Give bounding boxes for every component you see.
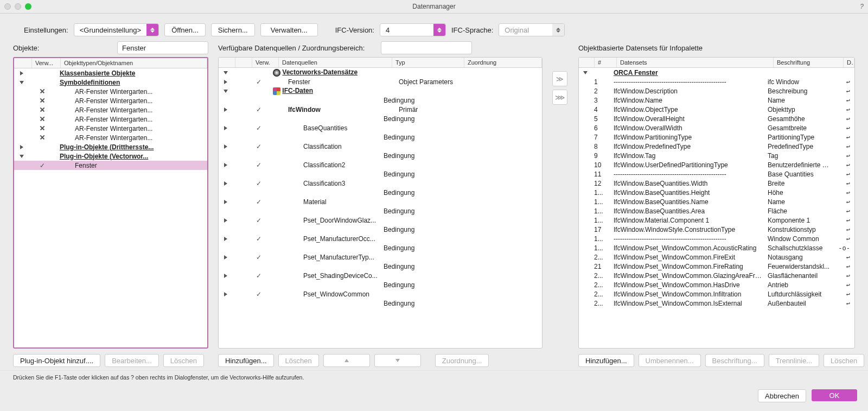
disclosure-right-icon[interactable]: [224, 255, 227, 260]
zoom-icon[interactable]: [25, 3, 31, 10]
disclosure-right-icon[interactable]: [224, 292, 227, 296]
object-row[interactable]: Plug-in-Objekte (Vectorwor...: [14, 151, 207, 161]
disclosure-right-icon[interactable]: [224, 274, 227, 278]
disclosure-right-icon[interactable]: [20, 71, 23, 75]
move-right-button[interactable]: ≫: [552, 71, 567, 86]
source-row[interactable]: ✓Pset_ManufacturerOcc...: [219, 234, 542, 243]
object-row[interactable]: AR-Fenster Wintergarten...: [14, 105, 207, 115]
source-row[interactable]: Bedingung: [219, 225, 542, 234]
source-row[interactable]: ✓IfcWindowPrimär: [219, 105, 542, 114]
sources-add-button[interactable]: Hinzufügen...: [218, 354, 274, 367]
disclosure-right-icon[interactable]: [224, 200, 227, 204]
disclosure-right-icon[interactable]: [224, 144, 227, 149]
object-row[interactable]: AR-Fenster Wintergarten...: [14, 87, 207, 96]
object-row[interactable]: AR-Fenster Wintergarten...: [14, 115, 207, 124]
help-icon[interactable]: ?: [860, 3, 864, 10]
disclosure-right-icon[interactable]: [224, 126, 227, 130]
add-plugin-object-button[interactable]: Plug-in-Objekt hinzuf....: [13, 354, 100, 367]
source-row[interactable]: ✓Pset_WindowCommon: [219, 289, 542, 299]
dataset-row[interactable]: 1...IfcWindow.BaseQuantities.AreaFläche↩: [579, 206, 854, 216]
ok-button[interactable]: OK: [812, 389, 857, 401]
disclosure-right-icon[interactable]: [224, 237, 227, 241]
dataset-row[interactable]: ORCA Fenster: [579, 68, 854, 77]
disclosure-right-icon[interactable]: [224, 163, 227, 167]
disclosure-down-icon[interactable]: [20, 81, 24, 84]
dataset-row[interactable]: 8IfcWindow.PredefinedTypePredefinedType↩: [579, 142, 854, 151]
object-row[interactable]: AR-Fenster Wintergarten...: [14, 96, 207, 105]
object-row[interactable]: ✓Fenster: [14, 161, 207, 170]
disclosure-right-icon[interactable]: [224, 80, 227, 84]
datasets-add-button[interactable]: Hinzufügen...: [578, 354, 634, 367]
disclosure-down-icon[interactable]: [224, 90, 228, 93]
dataset-row[interactable]: 1...IfcWindow.Material.Component 1Kompon…: [579, 216, 854, 225]
dataset-row[interactable]: 3IfcWindow.NameName↩: [579, 96, 854, 105]
disclosure-down-icon[interactable]: [583, 71, 588, 74]
source-row[interactable]: Bedingung: [219, 188, 542, 197]
source-row[interactable]: Bedingung: [219, 243, 542, 252]
ifc-version-select[interactable]: 4: [380, 23, 446, 36]
preset-select[interactable]: <Grundeinstellung>: [74, 23, 159, 36]
disclosure-right-icon[interactable]: [20, 145, 23, 149]
dataset-row[interactable]: 12IfcWindow.BaseQuantities.WidthBreite↩: [579, 179, 854, 188]
close-icon[interactable]: [4, 3, 11, 10]
objects-list[interactable]: Verw... Objekttypen/Objektnamen Klassenb…: [13, 57, 208, 349]
manage-button[interactable]: Verwalten...: [260, 23, 318, 36]
open-button[interactable]: Öffnen...: [164, 23, 206, 36]
dataset-row[interactable]: 10IfcWindow.UserDefinedPartitioningTypeB…: [579, 160, 854, 169]
dataset-row[interactable]: 21IfcWindow.Pset_WindowCommon.FireRating…: [579, 262, 854, 271]
source-row[interactable]: ✓Pset_ManufacturerTyp...: [219, 252, 542, 262]
dataset-row[interactable]: 17IfcWindow.WindowStyle.ConstructionType…: [579, 225, 854, 234]
dataset-row[interactable]: 9IfcWindow.TagTag↩: [579, 151, 854, 160]
minimize-icon[interactable]: [15, 3, 21, 10]
source-row[interactable]: Bedingung: [219, 132, 542, 142]
dataset-row[interactable]: 1...------------------------------------…: [579, 234, 854, 243]
source-row[interactable]: Bedingung: [219, 262, 542, 271]
dataset-row[interactable]: 2...IfcWindow.Pset_WindowCommon.GlazingA…: [579, 271, 854, 280]
dataset-row[interactable]: 7IfcWindow.PartitioningTypePartitioningT…: [579, 132, 854, 142]
dataset-row[interactable]: 1...IfcWindow.BaseQuantities.NameName↩: [579, 197, 854, 206]
source-row[interactable]: ✓Material: [219, 197, 542, 206]
dataset-row[interactable]: 2...IfcWindow.Pset_WindowCommon.HasDrive…: [579, 280, 854, 289]
dataset-row[interactable]: 4IfcWindow.ObjectTypeObjekttyp↩: [579, 105, 854, 114]
source-row[interactable]: Bedingung: [219, 206, 542, 216]
sources-list[interactable]: Verw. Datenquellen Typ Zuordnung Vectorw…: [218, 57, 542, 349]
object-row[interactable]: AR-Fenster Wintergarten...: [14, 124, 207, 133]
source-row[interactable]: Bedingung: [219, 96, 542, 105]
dataset-row[interactable]: 2...IfcWindow.Pset_WindowCommon.FireExit…: [579, 252, 854, 262]
sources-filter-input[interactable]: [381, 41, 472, 54]
dataset-row[interactable]: 6IfcWindow.OverallWidthGesamtbreite↩: [579, 123, 854, 132]
disclosure-right-icon[interactable]: [224, 108, 227, 112]
dataset-row[interactable]: 2...IfcWindow.Pset_WindowCommon.IsExtern…: [579, 299, 854, 308]
source-row[interactable]: ✓FensterObject Parameters: [219, 77, 542, 86]
dataset-row[interactable]: 1---------------------------------------…: [579, 77, 854, 86]
objects-filter-input[interactable]: Fenster: [117, 41, 208, 54]
source-row[interactable]: ✓Pset_DoorWindowGlaz...: [219, 216, 542, 225]
object-row[interactable]: Symboldefinitionen: [14, 78, 207, 87]
source-row[interactable]: ✓Pset_ShadingDeviceCo...: [219, 271, 542, 280]
source-row[interactable]: ✓Classification: [219, 142, 542, 151]
source-row[interactable]: Bedingung: [219, 280, 542, 289]
disclosure-down-icon[interactable]: [224, 71, 228, 74]
object-row[interactable]: Klassenbasierte Objekte: [14, 68, 207, 78]
dataset-row[interactable]: 2...IfcWindow.Pset_WindowCommon.Infiltra…: [579, 289, 854, 299]
source-row[interactable]: Bedingung: [219, 151, 542, 160]
save-button[interactable]: Sichern...: [211, 23, 255, 36]
source-row[interactable]: IFC-Daten: [219, 86, 542, 96]
move-right-all-button[interactable]: ⋙: [552, 90, 567, 105]
datasets-list[interactable]: # Datensets Beschriftung Durch... ORCA F…: [578, 57, 855, 349]
dataset-row[interactable]: 11--------------------------------------…: [579, 169, 854, 179]
disclosure-right-icon[interactable]: [224, 181, 227, 186]
disclosure-down-icon[interactable]: [20, 155, 24, 158]
cancel-button[interactable]: Abbrechen: [758, 389, 806, 402]
object-row[interactable]: Plug-in-Objekte (Dritthersste...: [14, 142, 207, 151]
source-row[interactable]: ✓Classification2: [219, 160, 542, 169]
dataset-row[interactable]: 1...IfcWindow.Pset_WindowCommon.Acoustic…: [579, 243, 854, 252]
source-row[interactable]: Bedingung: [219, 114, 542, 123]
source-row[interactable]: ✓BaseQuantities: [219, 123, 542, 132]
dataset-row[interactable]: 2IfcWindow.DescriptionBeschreibung↩: [579, 86, 854, 96]
dataset-row[interactable]: 5IfcWindow.OverallHeightGesamthöhe↩: [579, 114, 854, 123]
source-row[interactable]: ✓Classification3: [219, 179, 542, 188]
object-row[interactable]: AR-Fenster Wintergarten...: [14, 133, 207, 142]
disclosure-right-icon[interactable]: [224, 218, 227, 223]
source-row[interactable]: Bedingung: [219, 299, 542, 308]
